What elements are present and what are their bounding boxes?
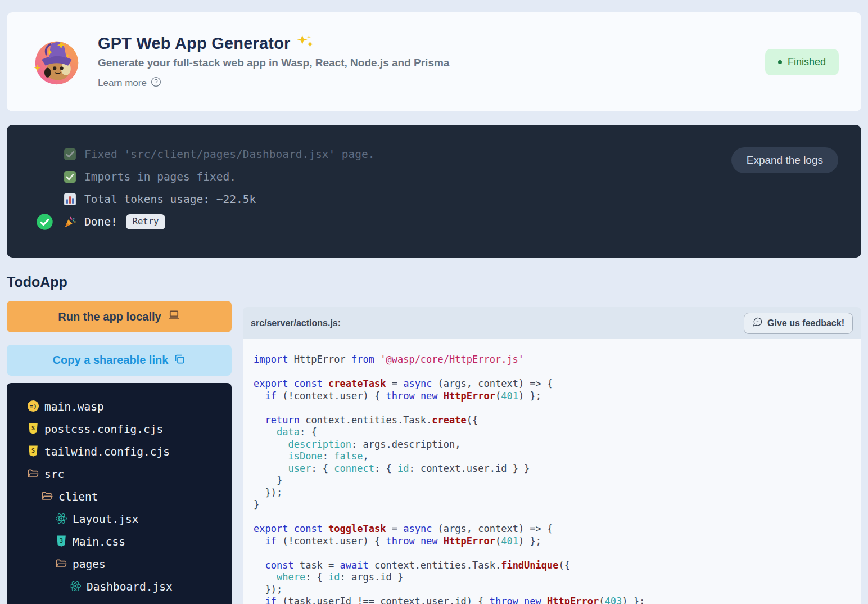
checkbox-icon: [63, 147, 77, 161]
run-app-locally-button[interactable]: Run the app locally: [7, 301, 232, 332]
file-name: client: [58, 490, 98, 503]
sparkles-icon: [296, 34, 315, 53]
file-tree-item[interactable]: 3Main.css: [7, 530, 232, 553]
file-name: pages: [73, 558, 106, 571]
code-line: if (task.userId !== context.user.id) { t…: [254, 596, 861, 604]
page-subtitle: Generate your full-stack web app in Wasp…: [98, 57, 449, 69]
app-name-heading: TodoApp: [7, 274, 861, 290]
give-feedback-button[interactable]: Give us feedback!: [744, 313, 853, 334]
folder-open-icon: [27, 467, 40, 481]
code-line: });: [254, 487, 861, 499]
log-text: Imports in pages fixed.: [84, 170, 236, 183]
file-tree-item[interactable]: Spostcss.config.cjs: [7, 418, 232, 440]
file-name: postcss.config.cjs: [44, 423, 163, 436]
code-line: [254, 547, 861, 560]
code-line: if (!context.user) { throw new HttpError…: [254, 535, 861, 548]
bar-chart-icon: [63, 192, 77, 206]
laptop-icon: [168, 309, 180, 324]
code-panel-header: src/server/actions.js: Give us feedback!: [243, 307, 861, 339]
log-text: Total tokens usage: ~22.5k: [84, 193, 256, 206]
file-tree-item[interactable]: client: [7, 485, 232, 508]
code-line: }: [254, 475, 861, 487]
css-shield-teal-icon: 3: [55, 535, 69, 548]
svg-text:S: S: [31, 448, 35, 454]
code-line: export const toggleTask = async (args, c…: [254, 523, 861, 535]
code-line: data: {: [254, 426, 861, 439]
file-name: Dashboard.jsx: [87, 580, 173, 593]
file-name: Layout.jsx: [73, 513, 138, 526]
log-line: Total tokens usage: ~22.5k: [36, 188, 861, 210]
code-line: export const createTask = async (args, c…: [254, 378, 861, 390]
react-icon: [69, 580, 83, 593]
file-tree-item[interactable]: pages: [7, 553, 232, 575]
learn-more-link[interactable]: Learn more: [98, 76, 161, 90]
check-circle-icon: [36, 213, 63, 231]
log-text: Fixed 'src/client/pages/Dashboard.jsx' p…: [84, 148, 375, 161]
code-line: }: [254, 499, 861, 511]
code-line: user: { connect: { id: context.user.id }…: [254, 463, 861, 475]
code-line: description: args.description,: [254, 439, 861, 451]
file-name: src: [44, 468, 64, 481]
code-line: const task = await context.entities.Task…: [254, 560, 861, 572]
status-dot-icon: [778, 60, 782, 64]
code-line: if (!context.user) { throw new HttpError…: [254, 390, 861, 403]
code-line: return context.entities.Task.create({: [254, 414, 861, 427]
wasp-icon: =): [27, 400, 40, 413]
folder-open-icon: [41, 490, 55, 503]
log-line: Done!Retry: [36, 210, 861, 233]
config-shield-yellow-icon: S: [27, 422, 40, 436]
speech-bubble-icon: [752, 317, 763, 330]
log-text: Done!: [84, 215, 117, 228]
config-shield-yellow-icon: S: [27, 445, 40, 458]
file-name: tailwind.config.cjs: [44, 445, 170, 458]
code-viewer: import HttpError from '@wasp/core/HttpEr…: [243, 339, 861, 604]
folder-open-icon: [55, 557, 69, 571]
code-panel: src/server/actions.js: Give us feedback!…: [243, 307, 861, 604]
wizard-bee-avatar: [31, 35, 83, 89]
question-circle-icon: [151, 76, 161, 90]
file-tree-panel: =)main.waspSpostcss.config.cjsStailwind.…: [7, 383, 232, 604]
code-line: });: [254, 584, 861, 596]
file-tree-item[interactable]: Dashboard.jsx: [7, 575, 232, 598]
code-line: isDone: false,: [254, 450, 861, 463]
party-popper-icon: [63, 215, 77, 229]
log-panel: Fixed 'src/client/pages/Dashboard.jsx' p…: [7, 125, 861, 258]
file-tree-item[interactable]: Stailwind.config.cjs: [7, 440, 232, 463]
code-line: where: { id: args.id }: [254, 571, 861, 584]
file-name: Main.css: [73, 535, 125, 548]
code-line: [254, 366, 861, 378]
svg-text:=): =): [29, 403, 37, 410]
code-line: [254, 402, 861, 414]
file-tree-item[interactable]: =)main.wasp: [7, 395, 232, 418]
expand-logs-button[interactable]: Expand the logs: [731, 147, 838, 173]
copy-shareable-link-button[interactable]: Copy a shareable link: [7, 345, 232, 376]
retry-button[interactable]: Retry: [126, 214, 166, 229]
file-tree-item[interactable]: src: [7, 463, 232, 485]
file-name: main.wasp: [44, 400, 104, 413]
page-title: GPT Web App Generator: [98, 34, 291, 53]
checkbox-icon: [63, 170, 77, 184]
react-icon: [55, 512, 69, 526]
code-line: [254, 511, 861, 524]
svg-text:3: 3: [60, 538, 63, 544]
file-tree-item[interactable]: Layout.jsx: [7, 508, 232, 530]
status-badge: Finished: [765, 49, 839, 75]
code-line: import HttpError from '@wasp/core/HttpEr…: [254, 354, 861, 366]
copy-icon: [174, 353, 186, 368]
svg-text:S: S: [31, 425, 35, 431]
code-file-label: src/server/actions.js:: [251, 318, 341, 328]
header-card: GPT Web App Generator Generate your full…: [7, 12, 861, 111]
